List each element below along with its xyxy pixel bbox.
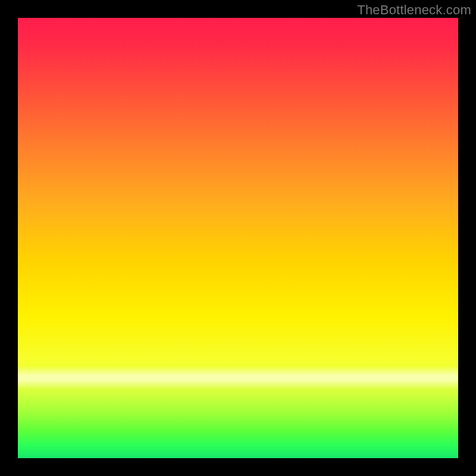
background-gradient [18,18,458,458]
chart-frame: TheBottleneck.com [0,0,476,476]
plot-area [18,18,458,458]
watermark-text: TheBottleneck.com [357,2,471,18]
pale-yellow-band [18,366,458,390]
